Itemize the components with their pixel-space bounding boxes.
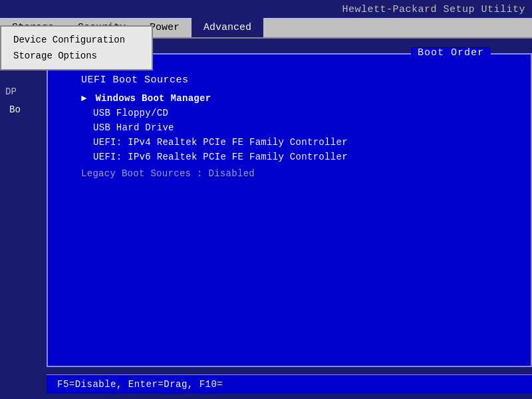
title-text: Hewlett-Packard Setup Utility bbox=[342, 4, 525, 15]
title-bar: Hewlett-Packard Setup Utility bbox=[0, 0, 532, 18]
left-panel-storage-options[interactable]: Storage Options bbox=[1, 48, 152, 64]
boot-order-title: Boot Order bbox=[411, 47, 491, 59]
bottom-hint-bar: F5=Disable, Enter=Drag, F10= bbox=[47, 374, 532, 394]
menu-item-advanced[interactable]: Advanced bbox=[192, 18, 263, 37]
left-panel-device-config[interactable]: Device Configuration bbox=[1, 32, 152, 48]
boot-item-usb-hdd[interactable]: USB Hard Drive bbox=[81, 120, 511, 135]
uefi-boot-sources-header: UEFI Boot Sources bbox=[81, 74, 511, 86]
sidebar-bo-label[interactable]: Bo bbox=[5, 103, 25, 116]
arrow-icon: ► bbox=[81, 93, 87, 104]
boot-items-list: UEFI Boot Sources ► Windows Boot Manager… bbox=[48, 55, 531, 194]
legacy-boot-sources-label: Legacy Boot Sources : Disabled bbox=[81, 164, 511, 181]
boot-item-usb-floppy[interactable]: USB Floppy/CD bbox=[81, 106, 511, 120]
left-panel: Device Configuration Storage Options bbox=[0, 25, 153, 70]
sidebar-dp-label: DP bbox=[5, 86, 17, 97]
boot-order-panel: Boot Order UEFI Boot Sources ► Windows B… bbox=[47, 53, 532, 367]
boot-item-uefi-ipv6[interactable]: UEFI: IPv6 Realtek PCIe FE Family Contro… bbox=[81, 150, 511, 164]
boot-item-uefi-ipv4[interactable]: UEFI: IPv4 Realtek PCIe FE Family Contro… bbox=[81, 135, 511, 150]
boot-item-windows[interactable]: ► Windows Boot Manager bbox=[81, 91, 511, 106]
